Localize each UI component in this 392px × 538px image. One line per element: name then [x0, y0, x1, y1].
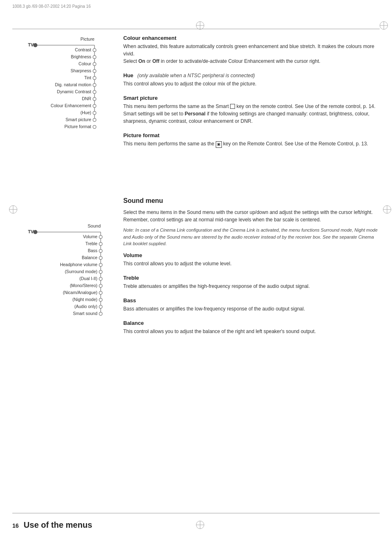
hue-title: Hue (only available when a NTSC peripher…	[123, 72, 380, 78]
svg-point-14	[93, 76, 96, 80]
colour-enhancement-section: Colour enhancement When activated, this …	[123, 35, 380, 65]
smart-picture-body: This menu item performs the same as the …	[123, 103, 380, 125]
svg-point-22	[93, 104, 96, 108]
svg-text:(Mono/Stereo): (Mono/Stereo)	[70, 283, 97, 288]
smart-picture-section: Smart picture This menu item performs th…	[123, 95, 380, 125]
treble-title: Treble	[123, 275, 380, 281]
svg-point-35	[99, 235, 102, 239]
page-footer: 16 Use of the menus	[12, 520, 92, 530]
file-info: 1008.3 gb /69 08-07-2002 14:20 Pagina 16	[12, 4, 91, 9]
svg-point-43	[99, 263, 102, 267]
sound-menu-heading: Sound menu	[123, 197, 380, 205]
svg-point-20	[93, 97, 96, 101]
svg-text:Smart sound: Smart sound	[73, 311, 97, 316]
svg-text:DNR: DNR	[82, 96, 91, 101]
svg-point-12	[93, 69, 96, 73]
page-footer-title: Use of the menus	[24, 520, 92, 530]
svg-point-49	[99, 284, 102, 287]
svg-point-39	[99, 249, 102, 253]
svg-text:Dig. natural motion: Dig. natural motion	[55, 82, 91, 87]
svg-text:Balance: Balance	[82, 255, 97, 260]
page-container: 1008.3 gb /69 08-07-2002 14:20 Pagina 16…	[0, 0, 392, 538]
svg-text:Colour Enhancement: Colour Enhancement	[51, 103, 91, 108]
picture-menu-diagram: Picture TV Contrast Brightness Colour Sh…	[12, 35, 119, 129]
svg-point-45	[99, 270, 102, 274]
picture-format-body: This menu item performs the same as the …	[123, 140, 380, 148]
volume-section: Volume This control allows you to adjust…	[123, 252, 380, 267]
svg-text:Sound: Sound	[88, 223, 101, 228]
svg-text:(Audio only): (Audio only)	[74, 304, 97, 309]
sound-section: Sound menu Select the menu items in the …	[123, 197, 380, 343]
svg-text:Tint: Tint	[84, 75, 91, 80]
svg-text:(Hue): (Hue)	[81, 110, 91, 115]
smart-picture-title: Smart picture	[123, 95, 380, 101]
svg-point-37	[99, 242, 102, 246]
svg-text:(Nicam/Analogue): (Nicam/Analogue)	[63, 290, 97, 295]
svg-point-6	[93, 48, 96, 52]
header-meta: 1008.3 gb /69 08-07-2002 14:20 Pagina 16	[12, 4, 91, 9]
picture-format-section: Picture format This menu item performs t…	[123, 132, 380, 148]
svg-text:Treble: Treble	[85, 241, 98, 246]
svg-text:Bass: Bass	[88, 248, 97, 253]
sound-diagram-svg: Sound TV Volume Treble Bass Balance Head…	[12, 222, 119, 320]
svg-point-47	[99, 277, 102, 280]
volume-title: Volume	[123, 252, 380, 258]
sound-menu-diagram: Sound TV Volume Treble Bass Balance Head…	[12, 222, 119, 320]
bass-title: Bass	[123, 297, 380, 303]
svg-text:Brightness: Brightness	[71, 54, 91, 59]
svg-text:(Night mode): (Night mode)	[72, 297, 97, 302]
balance-section: Balance This control allows you to adjus…	[123, 320, 380, 335]
svg-point-41	[99, 256, 102, 260]
page-number: 16	[12, 522, 19, 529]
colour-enhancement-title: Colour enhancement	[123, 35, 380, 41]
svg-point-53	[99, 298, 102, 301]
balance-title: Balance	[123, 320, 380, 326]
bottom-rule	[12, 513, 380, 513]
svg-point-8	[93, 55, 96, 59]
svg-text:TV: TV	[28, 229, 34, 234]
svg-point-10	[93, 62, 96, 66]
svg-point-18	[93, 90, 96, 94]
hue-subtitle: (only available when a NTSC peripheral i…	[137, 73, 255, 78]
svg-point-28	[93, 125, 96, 129]
hue-section: Hue (only available when a NTSC peripher…	[123, 72, 380, 87]
treble-body: Treble attenuates or amplifies the high-…	[123, 283, 380, 290]
svg-point-57	[99, 312, 102, 315]
svg-text:Picture format: Picture format	[65, 124, 91, 129]
svg-text:TV: TV	[28, 42, 34, 47]
colour-enhancement-body: When activated, this feature automatical…	[123, 43, 380, 65]
svg-text:Volume: Volume	[83, 234, 97, 239]
svg-point-3	[33, 43, 37, 47]
svg-text:Sharpness: Sharpness	[71, 68, 91, 73]
svg-point-55	[99, 305, 102, 308]
svg-point-51	[99, 291, 102, 294]
svg-text:Colour: Colour	[78, 61, 91, 66]
svg-text:Smart picture: Smart picture	[66, 117, 92, 122]
right-panel-picture: Colour enhancement When activated, this …	[123, 35, 380, 155]
balance-body: This control allows you to adjust the ba…	[123, 328, 380, 335]
svg-point-24	[93, 111, 96, 115]
svg-point-16	[93, 83, 96, 87]
svg-text:(Dual I-II): (Dual I-II)	[79, 276, 97, 281]
svg-text:Headphone volume: Headphone volume	[60, 262, 97, 267]
svg-text:(Surround mode): (Surround mode)	[65, 269, 97, 274]
svg-point-32	[33, 230, 37, 234]
bass-section: Bass Bass attenuates or amplifies the lo…	[123, 297, 380, 313]
sound-menu-intro: Select the menu items in the Sound menu …	[123, 209, 380, 223]
svg-point-26	[93, 118, 96, 122]
picture-format-title: Picture format	[123, 132, 380, 138]
hue-body: This control allows you to adjust the co…	[123, 80, 380, 87]
sound-menu-note: Note: In case of a Cinema Link configura…	[123, 227, 380, 247]
bass-body: Bass attenuates or amplifies the low-fre…	[123, 305, 380, 313]
svg-text:Contrast: Contrast	[75, 47, 91, 52]
volume-body: This control allows you to adjust the vo…	[123, 260, 380, 267]
svg-text:Dynamic Contrast: Dynamic Contrast	[57, 89, 92, 94]
treble-section: Treble Treble attenuates or amplifies th…	[123, 275, 380, 290]
picture-diagram-svg: Picture TV Contrast Brightness Colour Sh…	[12, 35, 119, 129]
svg-text:Picture: Picture	[81, 37, 95, 41]
